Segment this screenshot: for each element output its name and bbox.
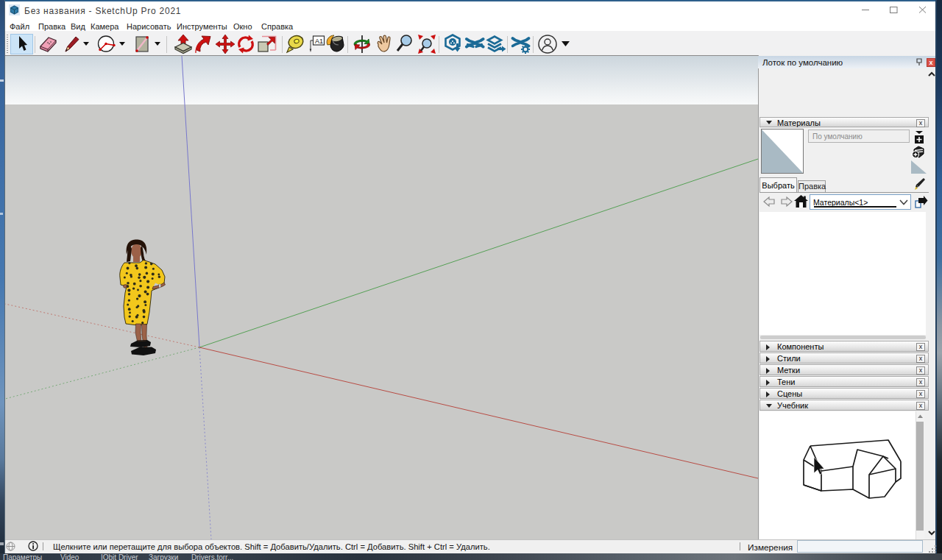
svg-text:A1: A1: [315, 38, 323, 45]
